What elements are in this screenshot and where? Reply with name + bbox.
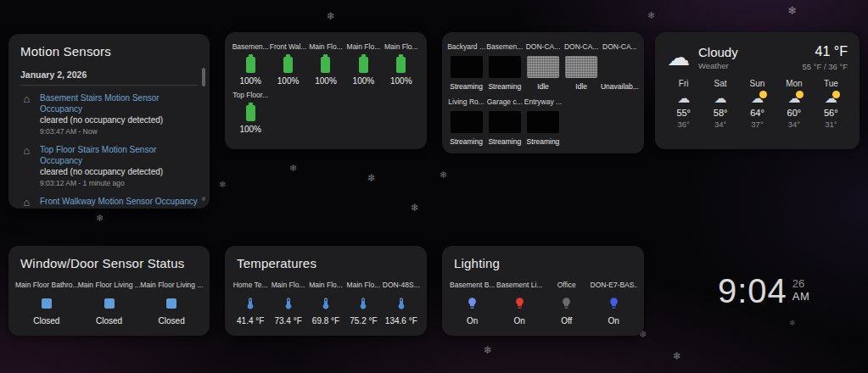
camera-thumbnail[interactable]: [489, 56, 521, 78]
temperatures-title: Temperatures: [225, 246, 427, 270]
weather-card[interactable]: ☁ Cloudy Weather 41 °F 55 °F / 36 °F Fri…: [655, 32, 860, 149]
light-label: Office: [543, 281, 591, 289]
temperature-value: 134.6 °F: [383, 316, 420, 326]
temperature-items: Home Te... 41.4 °F Main Flo... 73.4 °F: [225, 270, 427, 326]
light-label: DON-E7-BAS...: [591, 281, 638, 289]
forecast-high-temp: 58°: [702, 108, 738, 118]
camera-status: Streaming: [447, 137, 485, 146]
battery-label: Front Wal...: [269, 42, 306, 51]
light-item[interactable]: DON-E7-BAS... On: [591, 281, 638, 326]
event-time: 9:03:47 AM - Now: [40, 126, 198, 136]
battery-item[interactable]: Main Flo... 100%: [383, 42, 420, 86]
forecast-day-column: Fri ☁ 55° 36°: [665, 79, 702, 129]
door-sensor-item[interactable]: Main Floor Living ... Closed: [140, 281, 203, 326]
logbook-event-list: ⌂ Basement Stairs Motion Sensor Occupanc…: [8, 86, 210, 209]
light-item[interactable]: Basement B... On: [449, 281, 496, 326]
scrollbar-thumb[interactable]: [202, 68, 205, 86]
battery-icon: [246, 57, 255, 73]
light-item[interactable]: Office Off: [543, 281, 591, 326]
thermometer-icon: [282, 297, 295, 310]
event-entity-name[interactable]: Basement Stairs Motion Sensor Occupancy: [40, 92, 198, 114]
battery-value: 100%: [344, 76, 382, 86]
camera-thumbnail[interactable]: [451, 56, 483, 78]
camera-status: Idle: [524, 82, 562, 91]
light-status: On: [449, 316, 496, 326]
event-state: cleared (no occupancy detected): [40, 114, 198, 125]
lightbulb-icon[interactable]: [513, 297, 526, 309]
battery-item[interactable]: Top Floor... 100%: [232, 91, 269, 134]
cloud-icon: ☁: [825, 91, 837, 106]
lightbulb-icon[interactable]: [560, 297, 573, 309]
camera-label: DON-CA...: [601, 42, 639, 51]
temperature-item[interactable]: DON-48S... 134.6 °F: [383, 281, 420, 326]
camera-item[interactable]: Garage c... Streaming: [485, 97, 524, 146]
cloud-icon: ☁: [714, 91, 727, 106]
light-status: On: [591, 316, 638, 326]
battery-label: Basemen...: [232, 42, 269, 51]
weather-current-temp: 41 °F: [802, 44, 848, 59]
clock-ampm: AM: [792, 290, 810, 303]
temperature-icon-wrap: [307, 296, 344, 310]
camera-item[interactable]: Living Ro... Streaming: [447, 97, 485, 146]
camera-thumbnail[interactable]: [489, 111, 521, 133]
lightbulb-icon[interactable]: [608, 297, 620, 309]
battery-item[interactable]: Front Wal... 100%: [269, 42, 306, 86]
camera-item[interactable]: Backyard ... Streaming: [447, 42, 485, 91]
door-sensor-icon-wrap: [140, 296, 203, 310]
camera-status: Idle: [563, 82, 601, 91]
camera-item[interactable]: Entryway ... Streaming: [524, 97, 562, 146]
temperature-item[interactable]: Main Flo... 69.8 °F: [307, 281, 344, 326]
camera-item[interactable]: Basemen... Streaming: [485, 42, 524, 91]
door-sensor-item[interactable]: Main Floor Bathro... Closed: [15, 281, 78, 326]
battery-value: 100%: [232, 125, 269, 134]
temperature-icon-wrap: [344, 296, 382, 310]
battery-levels-card: Basemen... 100% Front Wal... 100% Main F…: [225, 32, 427, 149]
weather-condition: Cloudy: [698, 45, 738, 59]
cloud-icon: ☁: [677, 91, 690, 106]
clock-side: 26 AM: [792, 277, 810, 303]
camera-thumbnail[interactable]: [451, 111, 483, 133]
temperature-item[interactable]: Home Te... 41.4 °F: [232, 281, 269, 326]
forecast-day-label: Tue: [813, 79, 849, 88]
camera-item[interactable]: DON-CA... Idle: [563, 42, 601, 91]
camera-status: Unavailab...: [601, 82, 639, 91]
camera-thumbnail[interactable]: [565, 56, 597, 78]
door-sensor-item[interactable]: Main Floor Living ... Closed: [78, 281, 141, 326]
temperature-value: 75.2 °F: [344, 316, 382, 326]
temperature-item[interactable]: Main Flo... 73.4 °F: [269, 281, 306, 326]
camera-item[interactable]: DON-CA... Unavailab...: [601, 42, 639, 91]
camera-grid: Backyard ... Streaming Basemen... Stream…: [442, 32, 644, 146]
battery-item[interactable]: Main Flo... 100%: [307, 42, 344, 86]
motion-event-row[interactable]: ⌂ Front Walkway Motion Sensor Occupancy …: [20, 196, 198, 209]
battery-icon: [321, 57, 330, 73]
cameras-card: Backyard ... Streaming Basemen... Stream…: [442, 32, 644, 153]
temperature-item[interactable]: Main Flo... 75.2 °F: [344, 281, 382, 326]
camera-item[interactable]: DON-CA... Idle: [524, 42, 562, 91]
camera-thumbnail[interactable]: [527, 56, 559, 78]
motion-event-row[interactable]: ⌂ Basement Stairs Motion Sensor Occupanc…: [20, 92, 198, 136]
camera-thumbnail[interactable]: [527, 111, 559, 133]
camera-label: Backyard ...: [447, 42, 485, 51]
window-door-items: Main Floor Bathro... Closed Main Floor L…: [8, 270, 210, 326]
battery-icon: [283, 57, 293, 73]
thermometer-icon: [319, 297, 333, 310]
temperature-label: Main Flo...: [307, 281, 344, 289]
event-time: 9:03:12 AM - 1 minute ago: [40, 178, 198, 188]
weather-high-low: 55 °F / 36 °F: [802, 62, 848, 71]
motion-event-row[interactable]: ⌂ Top Floor Stairs Motion Sensor Occupan…: [20, 144, 198, 188]
light-item[interactable]: Basement Li... On: [496, 281, 544, 326]
weather-forecast-row: Fri ☁ 55° 36° Sat ☁ 58° 34° Sun: [655, 73, 860, 129]
forecast-day-label: Sat: [702, 79, 738, 88]
battery-value: 100%: [383, 76, 420, 86]
light-icon-wrap: [591, 296, 638, 310]
event-entity-name[interactable]: Top Floor Stairs Motion Sensor Occupancy: [40, 144, 198, 166]
battery-item[interactable]: Basemen... 100%: [232, 42, 269, 86]
temperature-icon-wrap: [269, 296, 306, 310]
forecast-low-temp: 36°: [665, 120, 702, 129]
camera-thumbnail[interactable]: [603, 56, 636, 78]
clock-seconds: 26: [792, 277, 810, 290]
scrollbar-dot[interactable]: [202, 197, 205, 201]
event-entity-name[interactable]: Front Walkway Motion Sensor Occupancy: [40, 196, 198, 207]
battery-item[interactable]: Main Flo... 100%: [344, 42, 382, 86]
lightbulb-icon[interactable]: [466, 297, 479, 309]
